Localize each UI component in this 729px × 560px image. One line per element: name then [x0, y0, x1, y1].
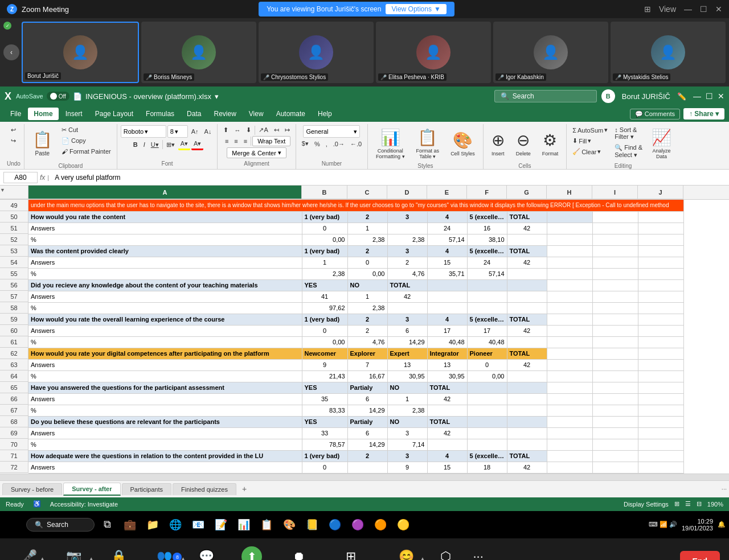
- cell-72-e[interactable]: 15: [427, 462, 467, 473]
- cell-61-e[interactable]: 40,48: [427, 336, 467, 348]
- taskbar-app-2[interactable]: 📁: [142, 514, 163, 535]
- cell-59-f[interactable]: 5 (excellent): [467, 314, 507, 325]
- stop-video-button[interactable]: 📷 ▲ Stop Video: [50, 549, 99, 561]
- cell-60-g[interactable]: 42: [507, 325, 547, 336]
- cell-72-i[interactable]: [592, 462, 638, 473]
- cell-56-c[interactable]: NO: [347, 279, 387, 291]
- cell-56-g[interactable]: [507, 279, 547, 291]
- cell-61-a[interactable]: %: [28, 336, 302, 348]
- cell-56-d[interactable]: TOTAL: [387, 279, 427, 291]
- cell-68-c[interactable]: Partialy: [347, 416, 387, 427]
- cell-52-d[interactable]: 2,38: [387, 234, 427, 245]
- minimize-icon[interactable]: —: [693, 92, 701, 101]
- cell-54-i[interactable]: [592, 257, 638, 268]
- cell-62-g[interactable]: TOTAL: [507, 348, 547, 359]
- row-header-51[interactable]: 51: [0, 223, 28, 234]
- cell-57-b[interactable]: 41: [302, 291, 347, 302]
- cell-68-g[interactable]: [507, 416, 547, 427]
- cell-67-c[interactable]: 14,29: [347, 405, 387, 416]
- cell-55-c[interactable]: 0,00: [347, 268, 387, 279]
- menu-data[interactable]: Data: [181, 108, 207, 120]
- cell-50-d[interactable]: 3: [387, 211, 427, 223]
- cell-67-e[interactable]: [427, 405, 467, 416]
- cell-55-f[interactable]: 57,14: [467, 268, 507, 279]
- cell-52-j[interactable]: [638, 234, 683, 245]
- cell-50-c[interactable]: 2: [347, 211, 387, 223]
- cell-54-e[interactable]: 15: [427, 257, 467, 268]
- row-header-66[interactable]: 66: [0, 393, 28, 405]
- align-center-button[interactable]: ≡: [232, 137, 240, 146]
- cell-66-a[interactable]: Answers: [28, 393, 302, 405]
- row-header-69[interactable]: 69: [0, 427, 28, 439]
- cell-50-a[interactable]: How would you rate the content: [28, 211, 302, 223]
- cell-62-j[interactable]: [638, 348, 683, 359]
- cell-71-h[interactable]: [547, 450, 592, 462]
- cell-52-h[interactable]: [547, 234, 592, 245]
- cell-67-g[interactable]: [507, 405, 547, 416]
- cell-59-h[interactable]: [547, 314, 592, 325]
- align-middle-button[interactable]: ↔: [232, 126, 243, 135]
- formula-input[interactable]: [51, 172, 726, 183]
- cell-54-a[interactable]: Answers: [28, 257, 302, 268]
- row-header-70[interactable]: 70: [0, 439, 28, 450]
- cell-59-i[interactable]: [592, 314, 638, 325]
- format-cells-button[interactable]: ⚙ Format: [538, 125, 563, 162]
- cell-69-i[interactable]: [592, 427, 638, 439]
- cell-58-f[interactable]: [467, 302, 507, 314]
- cell-57-h[interactable]: [547, 291, 592, 302]
- decrease-decimal-button[interactable]: ←.0: [348, 139, 364, 149]
- cell-70-h[interactable]: [547, 439, 592, 450]
- cell-57-e[interactable]: [427, 291, 467, 302]
- cell-50-j[interactable]: [638, 211, 683, 223]
- taskbar-app-3[interactable]: 🌐: [165, 514, 186, 535]
- normal-view-button[interactable]: ⊞: [674, 500, 679, 508]
- cell-57-d[interactable]: 42: [387, 291, 427, 302]
- cell-66-j[interactable]: [638, 393, 683, 405]
- cell-70-c[interactable]: 14,29: [347, 439, 387, 450]
- col-header-b[interactable]: B: [302, 186, 347, 199]
- border-button[interactable]: ⊞▾: [164, 140, 177, 150]
- row-header-52[interactable]: 52: [0, 234, 28, 245]
- cell-65-b[interactable]: YES: [302, 382, 347, 393]
- select-all-button[interactable]: ▼: [0, 186, 28, 199]
- cell-52-a[interactable]: %: [28, 234, 302, 245]
- page-break-button[interactable]: ⊟: [697, 500, 702, 508]
- menu-formulas[interactable]: Formulas: [140, 108, 180, 120]
- cell-71-g[interactable]: TOTAL: [507, 450, 547, 462]
- cell-70-g[interactable]: [507, 439, 547, 450]
- cell-53-i[interactable]: [592, 245, 638, 257]
- row-header-67[interactable]: 67: [0, 405, 28, 416]
- row-header-71[interactable]: 71: [0, 450, 28, 462]
- cell-64-b[interactable]: 21,43: [302, 370, 347, 382]
- cell-54-j[interactable]: [638, 257, 683, 268]
- insert-cells-button[interactable]: ⊕ Insert: [487, 125, 509, 162]
- cell-56-i[interactable]: [592, 279, 638, 291]
- col-header-d[interactable]: D: [387, 186, 427, 199]
- cell-57-f[interactable]: [467, 291, 507, 302]
- menu-view[interactable]: View: [243, 108, 269, 120]
- cell-55-b[interactable]: 2,38: [302, 268, 347, 279]
- cell-54-c[interactable]: 0: [347, 257, 387, 268]
- cell-66-e[interactable]: 42: [427, 393, 467, 405]
- display-settings-button[interactable]: Display Settings: [624, 501, 669, 508]
- cell-68-h[interactable]: [547, 416, 592, 427]
- cell-53-b[interactable]: 1 (very bad): [302, 245, 347, 257]
- cell-51-h[interactable]: [547, 223, 592, 234]
- col-header-f[interactable]: F: [467, 186, 507, 199]
- pen-icon[interactable]: ✏️: [677, 92, 686, 101]
- participant-thumb-4[interactable]: 👤 🎤 Elitsa Pesheva · KRIB: [376, 22, 491, 83]
- delete-cells-button[interactable]: ⊖ Delete: [511, 125, 535, 162]
- menu-insert[interactable]: Insert: [60, 108, 88, 120]
- cell-50-i[interactable]: [592, 211, 638, 223]
- cell-52-e[interactable]: 57,14: [427, 234, 467, 245]
- autosum-button[interactable]: Σ AutoSum ▾: [570, 125, 610, 135]
- cell-55-d[interactable]: 4,76: [387, 268, 427, 279]
- cell-62-h[interactable]: [547, 348, 592, 359]
- cell-68-a[interactable]: Do you believe these questions are relev…: [28, 416, 302, 427]
- bold-button[interactable]: B: [131, 140, 140, 149]
- cut-button[interactable]: ✂ Cut: [59, 125, 113, 135]
- cell-67-b[interactable]: 83,33: [302, 405, 347, 416]
- apps-button[interactable]: ⬡ Apps: [429, 549, 462, 561]
- cell-64-a[interactable]: %: [28, 370, 302, 382]
- cell-59-j[interactable]: [638, 314, 683, 325]
